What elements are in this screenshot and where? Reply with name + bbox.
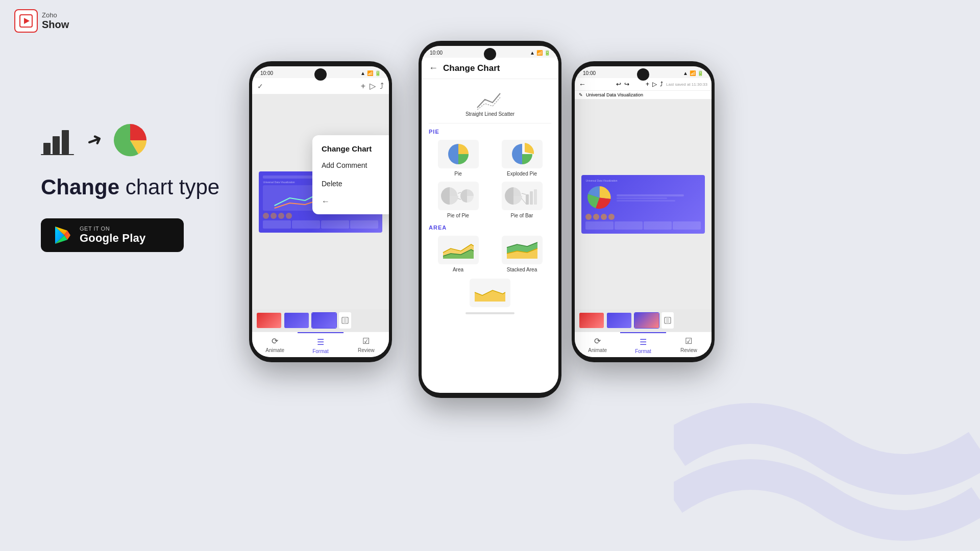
- more-area-preview-box: [470, 279, 510, 307]
- animate-icon: ⟳: [272, 336, 278, 346]
- add-slide-icon: [341, 316, 349, 324]
- add-comment-item[interactable]: Add Comment: [312, 156, 389, 174]
- format-icon-right: ☰: [640, 337, 647, 347]
- animate-icon-right: ⟳: [594, 336, 601, 346]
- logo-text: Zoho Show: [42, 12, 69, 30]
- nav-animate-left[interactable]: ⟳ Animate: [252, 332, 298, 357]
- logo-icon: [14, 9, 38, 33]
- context-back-btn[interactable]: ←: [312, 193, 389, 210]
- plus-btn-right[interactable]: +: [646, 81, 649, 88]
- phone-left: 10:00 ▲ 📶 🔋 ✓ + ▷ ⤴ Universal Data Vi: [249, 61, 392, 362]
- stacked-area-chart-preview: [504, 238, 540, 262]
- exploded-pie-label: Exploded Pie: [507, 171, 537, 177]
- result-pie-chart: [585, 184, 614, 212]
- redo-btn[interactable]: ↪: [624, 81, 629, 88]
- exploded-pie-preview-box: [502, 140, 543, 168]
- bottom-nav-right: ⟳ Animate ☰ Format ☑ Review: [575, 332, 712, 357]
- scatter-label: Straight Lined Scatter: [465, 111, 514, 117]
- logo-brand: Zoho: [42, 12, 69, 19]
- svg-rect-5: [62, 130, 69, 154]
- thumbnails-strip-right: [575, 309, 712, 332]
- play-btn[interactable]: ▷: [370, 81, 376, 91]
- section-pie: PIE: [429, 129, 551, 135]
- app-header: Zoho Show: [14, 9, 69, 33]
- logo-product: Show: [42, 19, 69, 30]
- review-icon: ☑: [362, 336, 370, 346]
- slide-area-left: Universal Data Visualization: [252, 94, 389, 309]
- svg-rect-3: [43, 143, 51, 154]
- transform-arrow: ➜: [84, 128, 106, 153]
- bottom-nav-left: ⟳ Animate ☰ Format ☑ Review: [252, 332, 389, 357]
- screen-right: 10:00 ▲ 📶 🔋 ← ↩ ↪ + ▷ ⤴ Last saved at 11…: [575, 66, 712, 357]
- pie-chart-grid: Pie Exploded Pie: [429, 140, 551, 218]
- chart-option-pie-of-bar[interactable]: Pie of Bar: [493, 182, 551, 218]
- scatter-preview[interactable]: Straight Lined Scatter: [429, 84, 551, 123]
- area-preview-box: [438, 236, 479, 264]
- bar-chart-icon: [41, 125, 77, 156]
- thumb-add-right[interactable]: [662, 312, 674, 329]
- thumb-2-right[interactable]: [606, 312, 632, 329]
- edit-icon-right: ✎: [579, 92, 583, 97]
- area-chart-preview: [440, 238, 476, 262]
- pie-of-bar-label: Pie of Bar: [511, 213, 533, 218]
- svg-rect-16: [534, 189, 537, 205]
- google-play-text: GET IT ON Google Play: [80, 226, 145, 245]
- change-chart-title: Change Chart: [443, 63, 500, 73]
- scroll-indicator: [465, 312, 514, 314]
- review-icon-right: ☑: [685, 336, 692, 346]
- share-btn-right[interactable]: ⤴: [660, 81, 663, 88]
- stacked-area-label: Stacked Area: [507, 267, 537, 272]
- thumb-1[interactable]: [256, 312, 282, 329]
- area-chart-grid: Area Stacked Area: [429, 236, 551, 272]
- nav-review-right[interactable]: ☑ Review: [666, 332, 712, 357]
- chart-option-exploded-pie[interactable]: Exploded Pie: [493, 140, 551, 177]
- thumb-3-right[interactable]: [634, 312, 659, 329]
- pie-label: Pie: [454, 171, 461, 177]
- back-btn-right[interactable]: ←: [579, 80, 586, 88]
- pie-chart-preview: [447, 142, 470, 166]
- phone-middle: 10:00 ▲ 📶 🔋 ← Change Chart: [419, 41, 561, 398]
- nav-format-right[interactable]: ☰ Format: [620, 332, 666, 357]
- svg-line-12: [458, 192, 461, 193]
- thumb-3[interactable]: [311, 312, 337, 329]
- check-icon[interactable]: ✓: [257, 82, 263, 90]
- share-btn[interactable]: ⤴: [380, 82, 384, 91]
- svg-rect-11: [344, 317, 347, 323]
- add-slide-icon-right: [664, 316, 672, 324]
- phone-notch-middle: [484, 48, 496, 60]
- plus-btn[interactable]: +: [361, 82, 365, 91]
- chart-option-more-area[interactable]: [429, 279, 551, 307]
- thumb-add[interactable]: [339, 312, 351, 329]
- chart-option-area[interactable]: Area: [429, 236, 487, 272]
- result-slide: Universal Data Visualization: [581, 175, 704, 234]
- chart-option-pie[interactable]: Pie: [429, 140, 487, 177]
- pie-of-bar-preview: [504, 184, 540, 208]
- play-btn-right[interactable]: ▷: [652, 81, 657, 88]
- pie-preview-box: [438, 140, 479, 168]
- chart-option-stacked-area[interactable]: Stacked Area: [493, 236, 551, 272]
- pie-of-pie-preview-box: [438, 182, 479, 210]
- svg-rect-25: [666, 317, 669, 323]
- thumb-2[interactable]: [284, 312, 309, 329]
- phone-notch-left: [314, 68, 327, 81]
- more-area-chart-preview: [472, 281, 508, 305]
- context-menu-title: Change Chart: [312, 139, 389, 156]
- nav-review-left[interactable]: ☑ Review: [344, 332, 389, 357]
- phone-frame-middle: 10:00 ▲ 📶 🔋 ← Change Chart: [419, 41, 561, 398]
- google-play-button[interactable]: GET IT ON Google Play: [41, 218, 184, 252]
- pie-of-pie-label: Pie of Pie: [447, 213, 469, 218]
- screen-middle: 10:00 ▲ 📶 🔋 ← Change Chart: [422, 46, 558, 393]
- change-chart-header: ← Change Chart: [422, 58, 558, 79]
- pie-of-pie-preview: [440, 184, 476, 208]
- delete-item[interactable]: Delete: [312, 174, 389, 193]
- scatter-chart-icon: [475, 88, 505, 111]
- svg-line-13: [458, 198, 461, 199]
- chart-option-pie-of-pie[interactable]: Pie of Pie: [429, 182, 487, 218]
- undo-btn[interactable]: ↩: [616, 81, 621, 88]
- google-play-icon: [53, 226, 72, 245]
- screen-left: 10:00 ▲ 📶 🔋 ✓ + ▷ ⤴ Universal Data Vi: [252, 66, 389, 357]
- thumb-1-right[interactable]: [579, 312, 604, 329]
- change-chart-back[interactable]: ←: [429, 63, 438, 73]
- nav-format-left[interactable]: ☰ Format: [298, 332, 343, 357]
- nav-animate-right[interactable]: ⟳ Animate: [575, 332, 620, 357]
